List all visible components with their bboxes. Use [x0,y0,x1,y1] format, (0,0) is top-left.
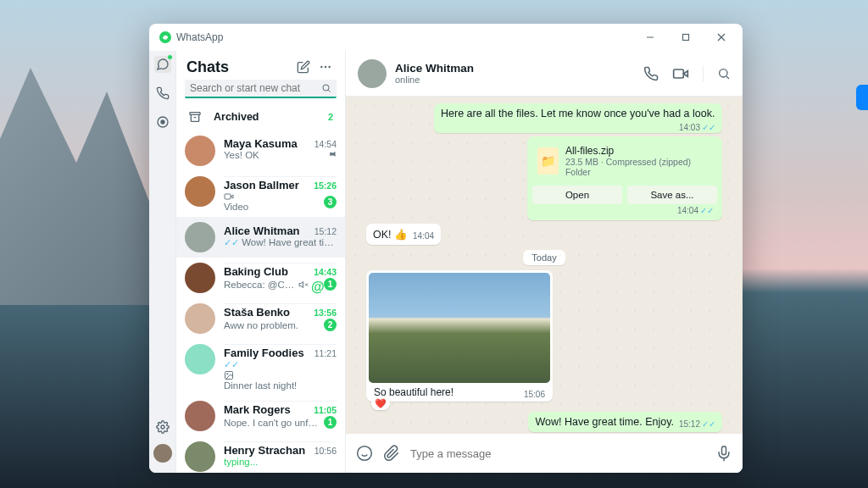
chat-time: 11:21 [314,348,337,358]
svg-point-5 [161,120,164,124]
chat-preview: typing... [224,457,337,467]
chat-time: 15:26 [314,180,337,191]
chat-time: 11:05 [314,405,337,415]
title-bar[interactable]: WhatsApp [149,24,743,51]
voice-call-button[interactable] [643,66,659,81]
chat-time: 15:12 [314,226,337,236]
chat-list-panel: Chats Archived 2 Maya Kasuma14:54Yes! OK… [176,51,346,473]
edge-widget[interactable] [856,85,868,110]
chat-time: 10:56 [314,446,337,456]
chat-item[interactable]: Maya Kasuma14:54Yes! OK [176,130,345,171]
read-tick-icon: ✓✓ [224,237,239,247]
svg-marker-16 [299,281,303,287]
maximize-button[interactable] [668,24,704,51]
chat-avatar [185,401,215,431]
read-tick-icon: ✓✓ [702,419,715,429]
nav-status-icon[interactable] [154,114,171,130]
save-file-button[interactable]: Save as... [627,186,717,204]
whatsapp-logo-icon [159,31,171,43]
chats-heading: Chats [186,58,291,76]
new-chat-button[interactable] [294,58,313,76]
svg-point-20 [227,374,229,375]
contact-name: Alice Whitman [395,62,474,75]
reaction-heart[interactable]: ❤️ [371,397,390,410]
archive-icon [188,110,202,124]
svg-line-11 [328,90,330,92]
message-out[interactable]: Wow! Have great time. Enjoy.15:12✓✓ [528,412,722,432]
search-field[interactable] [190,82,321,94]
minimize-button[interactable] [632,24,668,51]
chat-item[interactable]: Mark Rogers11:05Nope. I can't go unfortu… [176,396,345,436]
video-call-button[interactable] [672,65,689,82]
chat-item[interactable]: Staša Benko13:56Aww no problem.2 [176,298,345,339]
svg-rect-28 [722,446,726,455]
nav-chats-icon[interactable] [154,56,171,73]
contact-status: online [395,75,474,85]
chat-avatar [185,136,215,166]
message-in[interactable]: OK! 👍14:04 [366,224,441,245]
emoji-button[interactable] [356,445,373,462]
chat-item[interactable]: Jason Ballmer15:26 Video3 [176,171,345,217]
zip-file-icon: 📁 [537,147,559,175]
svg-line-24 [726,76,729,79]
chat-avatar [185,263,215,293]
chat-preview: ✓✓ Dinner last night! [224,359,337,391]
chat-item[interactable]: Baking Club14:43Rebecca: @Chris R?@1 [176,258,345,298]
search-input[interactable] [185,80,337,98]
chat-name: Jason Ballmer [224,179,314,191]
conversation-header[interactable]: Alice Whitman online [346,51,743,97]
chat-name: Maya Kasuma [224,137,314,150]
chat-item[interactable]: Henry Strachan10:56typing... [176,436,345,473]
unread-badge: 3 [324,196,337,208]
more-menu-button[interactable] [316,58,335,76]
svg-point-23 [720,69,727,76]
svg-rect-1 [683,35,689,41]
chat-preview: Rebecca: @Chris R? [224,280,296,290]
chat-name: Baking Club [224,265,314,278]
search-in-chat-button[interactable] [717,67,731,80]
svg-rect-14 [225,194,231,199]
chat-item[interactable]: Family Foodies11:21✓✓ Dinner last night! [176,339,345,396]
file-attachment[interactable]: 📁 All-files.zip 23.5 MB · Compressed (zi… [527,136,722,220]
chat-time: 13:56 [314,308,337,318]
open-file-button[interactable]: Open [532,186,622,204]
app-window: WhatsApp Chats [149,24,743,473]
chat-item[interactable]: Alice Whitman15:12✓✓ Wow! Have great tim… [176,217,345,258]
chat-avatar [185,344,215,374]
chat-name: Mark Rogers [224,403,314,416]
composer [346,434,743,473]
svg-point-7 [320,66,322,68]
message-area[interactable]: Here are all the files. Let me know once… [346,97,743,434]
nav-calls-icon[interactable] [154,85,171,102]
chat-preview: ✓✓ Wow! Have great time. Enjoy. [224,237,337,248]
photo-thumbnail[interactable] [369,273,550,383]
image-caption: So beautiful here! [374,386,453,398]
chat-list[interactable]: Maya Kasuma14:54Yes! OKJason Ballmer15:2… [176,130,345,473]
svg-point-9 [328,66,330,68]
attach-button[interactable] [383,445,400,462]
archived-row[interactable]: Archived 2 [176,103,345,130]
read-tick-icon: ✓✓ [700,206,714,215]
message-out[interactable]: Here are all the files. Let me know once… [434,103,722,133]
contact-avatar[interactable] [358,59,387,88]
unread-badge: 2 [324,319,337,331]
read-tick-icon: ✓✓ [224,359,239,369]
chat-preview: Yes! OK [224,150,324,160]
chat-preview: Aww no problem. [224,320,321,330]
me-avatar[interactable] [153,444,172,463]
thumbs-up-emoji: 👍 [394,229,408,241]
archived-count: 2 [328,112,333,122]
image-message[interactable]: So beautiful here!15:06 ❤️ [366,270,553,402]
unread-badge: 1 [324,278,337,291]
svg-point-10 [323,85,329,91]
message-input[interactable] [410,447,705,460]
svg-point-25 [358,446,372,461]
svg-point-8 [325,66,326,68]
mic-button[interactable] [715,445,732,462]
separator [703,65,704,82]
chat-preview: Nope. I can't go unfortunately. [224,418,321,428]
chat-time: 14:54 [314,139,337,149]
settings-icon[interactable] [154,419,171,435]
close-button[interactable] [704,24,739,51]
svg-point-6 [161,425,164,429]
